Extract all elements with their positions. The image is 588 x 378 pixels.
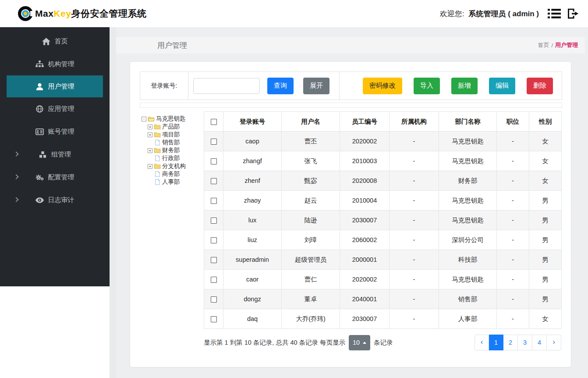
table-cell: -: [390, 289, 439, 309]
prev-page-button[interactable]: ‹: [475, 335, 489, 350]
main-content: 用户管理 首页 / 用户管理 登录账号: 查询 展开 密码修改导入新增编辑删除 …: [116, 27, 588, 378]
row-checkbox[interactable]: [211, 257, 217, 263]
row-checkbox[interactable]: [211, 139, 217, 145]
tree-node[interactable]: 人事部: [148, 178, 204, 186]
table-cell: -: [390, 132, 439, 151]
table-cell: caop: [223, 132, 282, 151]
tree-node[interactable]: +财务部: [148, 146, 204, 154]
tree-expander-icon[interactable]: -: [142, 117, 146, 121]
page-button-1[interactable]: 1: [489, 335, 503, 350]
table-cell: 马克思钥匙: [439, 191, 497, 210]
tree-node[interactable]: 行政部: [148, 154, 204, 162]
tree-node-label: 项目部: [162, 131, 180, 139]
table-cell: 刘璋: [282, 230, 340, 250]
tree-node[interactable]: +分支机构: [148, 162, 204, 170]
tree-node[interactable]: +项目部: [148, 131, 204, 139]
table-cell: 男: [529, 270, 562, 289]
row-checkbox[interactable]: [211, 237, 217, 243]
sidebar-item-idcard[interactable]: 账号管理: [0, 120, 110, 143]
tree-node-label: 行政部: [162, 154, 180, 162]
tree-root-node[interactable]: -马克思钥匙: [142, 115, 204, 123]
page-button-3[interactable]: 3: [518, 335, 532, 350]
pagination-row: 显示第 1 到第 10 条记录, 总共 40 条记录 每页显示 10 条记录 ‹…: [204, 335, 561, 350]
expand-button[interactable]: 展开: [303, 78, 329, 94]
row-checkbox[interactable]: [211, 178, 217, 184]
sidebar-item-label: 配置管理: [48, 173, 74, 182]
table-header-row: 登录账号用户名员工编号所属机构部门名称职位性别: [204, 112, 562, 132]
cubes-icon: [39, 151, 47, 158]
tree-expander-icon[interactable]: +: [148, 125, 152, 129]
select-all-checkbox[interactable]: [211, 119, 217, 125]
action-button-4[interactable]: 删除: [527, 78, 553, 94]
tree-expander-icon[interactable]: +: [148, 148, 152, 153]
table-cell: 女: [529, 309, 562, 329]
tree-node[interactable]: 销售部: [148, 139, 204, 146]
action-button-0[interactable]: 密码修改: [363, 78, 402, 94]
action-button-2[interactable]: 新增: [451, 78, 478, 94]
folder-icon: [154, 124, 161, 130]
tree-node[interactable]: 商务部: [148, 170, 204, 178]
sidebar-item-label: 用户管理: [48, 82, 74, 91]
folder-icon: [154, 147, 161, 153]
sidebar-item-globe[interactable]: 应用管理: [0, 97, 110, 120]
row-checkbox[interactable]: [211, 316, 217, 322]
globe-icon: [35, 105, 44, 113]
table-cell: -: [390, 309, 439, 329]
row-checkbox-cell: [204, 171, 223, 191]
table-cell: 男: [529, 250, 562, 270]
chevron-right-icon: [14, 175, 18, 179]
org-tree: -马克思钥匙+产品部+项目部销售部+财务部行政部+分支机构商务部人事部: [140, 111, 204, 350]
tree-expander-icon[interactable]: +: [148, 164, 152, 169]
action-button-1[interactable]: 导入: [414, 78, 440, 94]
list-icon[interactable]: [547, 7, 562, 20]
column-header: 用户名: [282, 112, 340, 132]
tree-expander-icon[interactable]: +: [148, 132, 152, 137]
action-button-3[interactable]: 编辑: [489, 78, 515, 94]
tree-node-label: 销售部: [162, 139, 180, 146]
login-account-input[interactable]: [193, 78, 260, 94]
sidebar-item-label: 组管理: [51, 150, 71, 159]
header-checkbox-cell: [204, 112, 223, 132]
column-header: 职位: [497, 112, 529, 132]
table-cell: 女: [529, 132, 562, 151]
tree-node-label: 财务部: [162, 146, 180, 154]
logout-icon[interactable]: [566, 7, 581, 20]
breadcrumb-home-link[interactable]: 首页: [538, 41, 549, 49]
table-row: zhenf甄宓2020008-财务部-女: [204, 171, 562, 191]
table-cell: 2030007: [340, 210, 390, 230]
table-cell: -: [497, 210, 529, 230]
sidebar-item-label: 日志审计: [48, 196, 74, 204]
brand: MaxKey身份安全管理系统: [18, 6, 146, 21]
sidebar-item-sitemap[interactable]: 机构管理: [0, 53, 110, 75]
table-cell: dongz: [223, 289, 282, 309]
page-button-2[interactable]: 2: [503, 335, 518, 350]
table-cell: -: [390, 191, 439, 210]
tree-node-label: 分支机构: [162, 162, 186, 170]
table-cell: -: [497, 230, 529, 250]
tree-spacer: [148, 156, 152, 161]
sidebar-item-eye[interactable]: 日志审计: [0, 189, 110, 211]
maxkey-logo-icon: [18, 6, 33, 21]
row-checkbox[interactable]: [211, 198, 217, 204]
sidebar-item-user[interactable]: 用户管理: [7, 75, 103, 97]
page-size-dropdown[interactable]: 10: [349, 335, 370, 350]
sidebar-item-gears[interactable]: 配置管理: [0, 166, 110, 189]
next-page-button[interactable]: ›: [547, 335, 561, 350]
table-cell: -: [497, 191, 529, 210]
sidebar-item-home[interactable]: 首页: [0, 30, 110, 53]
table-row: caop曹丕2020002-马克思钥匙-女: [204, 132, 562, 151]
table-row: daq大乔(乔玮)2030007-人事部-女: [204, 309, 562, 329]
row-checkbox[interactable]: [211, 158, 217, 164]
row-checkbox[interactable]: [211, 218, 217, 224]
table-row: zhaoy赵云2010004-马克思钥匙-男: [204, 191, 562, 210]
sidebar-item-cubes[interactable]: 组管理: [0, 143, 110, 166]
row-checkbox[interactable]: [211, 296, 217, 303]
query-button[interactable]: 查询: [267, 78, 294, 94]
table-cell: 甄宓: [282, 171, 340, 191]
row-checkbox[interactable]: [211, 277, 217, 283]
tree-node-label: 人事部: [162, 178, 180, 186]
table-cell: -: [497, 132, 529, 151]
page-button-4[interactable]: 4: [532, 335, 547, 350]
tree-node[interactable]: +产品部: [148, 123, 204, 131]
home-icon: [42, 38, 50, 45]
